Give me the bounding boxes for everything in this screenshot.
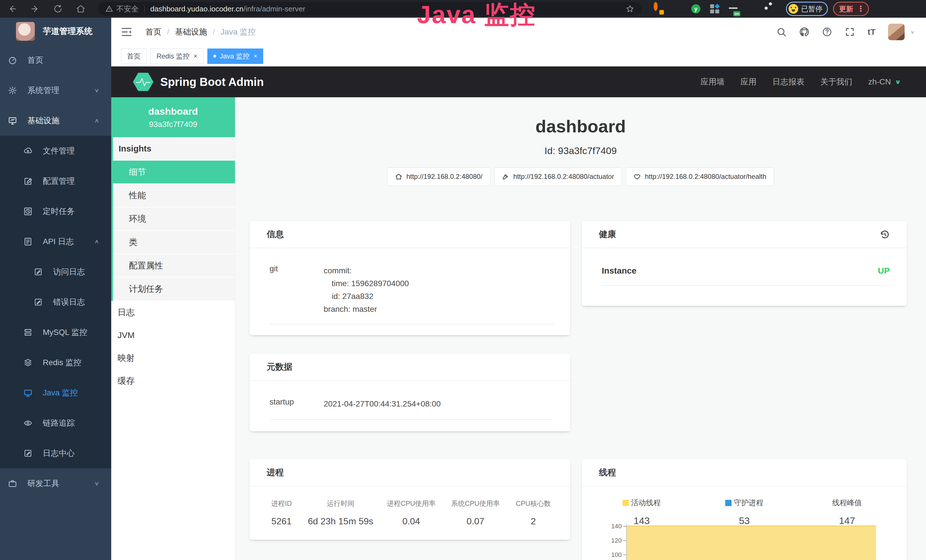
legend-text: 守护进程 [734, 498, 763, 508]
tab-java[interactable]: Java 监控 × [207, 48, 263, 64]
threads-card: 线程 活动线程 143 守护进程 53 线程峰值 147 [582, 459, 907, 560]
breadcrumb-infra[interactable]: 基础设施 [175, 27, 207, 37]
github-icon[interactable] [799, 27, 809, 37]
close-icon[interactable]: × [194, 53, 197, 60]
sidebar-item-file[interactable]: 文件管理 [0, 136, 111, 166]
url-path[interactable]: /infra/admin-server [244, 5, 306, 14]
service-url-button[interactable]: http://192.168.0.2:48080/ [387, 168, 490, 186]
extension-list-icon[interactable]: on [729, 4, 738, 14]
nav-about[interactable]: 关于我们 [820, 76, 852, 87]
nav-journal[interactable]: 日志报表 [773, 76, 805, 87]
close-icon[interactable]: × [254, 53, 257, 60]
sba-item-environment[interactable]: 环境 [113, 207, 235, 231]
legend-live-threads: 活动线程 143 [590, 498, 693, 526]
sba-item-classes[interactable]: 类 [113, 231, 235, 254]
actuator-url-button[interactable]: http://192.168.0.2:48080/actuator [494, 168, 622, 186]
url-host[interactable]: dashboard.yudao.iocoder.cn [150, 5, 244, 14]
sidebar-item-label: 日志中心 [43, 448, 75, 459]
extension-sync-icon[interactable] [654, 4, 663, 14]
sba-item-logs[interactable]: 日志 [111, 301, 235, 324]
sidebar-submenu-infra: 文件管理 配置管理 定时任务 API 日志 ∧ 访问日志 错误日志 MySQL … [0, 136, 111, 468]
sba-item-metrics[interactable]: 性能 [113, 184, 235, 207]
info-card-title: 信息 [250, 221, 570, 248]
home-icon[interactable] [76, 4, 86, 14]
font-size-icon[interactable]: tT [867, 27, 876, 37]
user-avatar[interactable] [888, 24, 905, 40]
search-icon[interactable] [776, 27, 787, 37]
reload-icon[interactable] [53, 4, 63, 14]
tab-home[interactable]: 首页 [121, 48, 147, 64]
sidebar-item-label: 访问日志 [53, 266, 85, 277]
address-bar[interactable]: 不安全 dashboard.yudao.iocoder.cn /infra/ad… [98, 2, 642, 16]
forward-icon[interactable] [30, 4, 40, 14]
sidebar-item-infra[interactable]: 基础设施 ∧ [0, 106, 111, 136]
logo-avatar [16, 22, 35, 41]
browser-menu-kebab-icon[interactable]: ⋮ [857, 5, 865, 13]
instance-name: dashboard [148, 106, 198, 117]
sidebar-item-dev-tools[interactable]: 研发工具 ∨ [0, 468, 111, 499]
fullscreen-icon[interactable] [845, 27, 855, 37]
extension-y-icon[interactable]: y [691, 4, 701, 14]
sidebar-item-trace[interactable]: 链路追踪 [0, 408, 111, 438]
sba-root-items: 日志 JVM 映射 缓存 [111, 301, 235, 392]
spring-boot-admin-logo[interactable] [133, 73, 153, 91]
sidebar-item-access-log[interactable]: 访问日志 [0, 257, 111, 287]
pen-square-icon [34, 267, 43, 277]
sidebar-item-mysql[interactable]: MySQL 监控 [0, 317, 111, 348]
tab-redis[interactable]: Redis 监控 × [151, 48, 203, 64]
health-card-title: 健康 [599, 229, 616, 240]
extension-grid-icon[interactable] [710, 4, 719, 14]
extension-leaf-icon[interactable] [748, 4, 757, 14]
breadcrumb-home[interactable]: 首页 [145, 27, 162, 37]
git-branch-line: branch: master [324, 303, 553, 316]
sidebar-item-java[interactable]: Java 监控 [0, 378, 111, 408]
sba-nav-menu: 应用墙 应用 日志报表 关于我们 zh-CN ∨ [701, 76, 901, 87]
security-label[interactable]: 不安全 [117, 4, 139, 14]
locale-selector[interactable]: zh-CN ∨ [869, 77, 901, 86]
extension-pin-icon[interactable] [672, 4, 682, 14]
hamburger-collapse-icon[interactable] [121, 27, 132, 37]
gear-icon [8, 86, 17, 95]
sba-item-configprops[interactable]: 配置属性 [113, 254, 235, 278]
extensions-puzzle-icon[interactable] [767, 4, 776, 14]
sba-item-jvm[interactable]: JVM [111, 324, 235, 347]
back-icon[interactable] [8, 4, 17, 14]
sidebar-item-job[interactable]: 定时任务 [0, 196, 111, 227]
layers-icon [23, 358, 33, 367]
sidebar-item-log-center[interactable]: 日志中心 [0, 438, 111, 468]
y-tick-120: 120 [606, 537, 622, 544]
tab-label: 首页 [127, 51, 141, 61]
sidebar-item-config[interactable]: 配置管理 [0, 166, 111, 196]
health-url-button[interactable]: http://192.168.0.2:48080/actuator/health [626, 168, 774, 186]
browser-update-button[interactable]: 更新 ⋮ [833, 2, 869, 16]
health-card-header: 健康 [582, 221, 907, 248]
sidebar-item-error-log[interactable]: 错误日志 [0, 287, 111, 317]
sba-item-details[interactable]: 细节 [113, 160, 235, 184]
sba-item-mappings[interactable]: 映射 [111, 347, 235, 369]
breadcrumb-separator: / [167, 27, 169, 36]
info-card: 信息 git commit: time: 1596289704000 id: 2… [250, 221, 570, 335]
sba-item-scheduled-tasks[interactable]: 计划任务 [113, 278, 235, 301]
sidebar-item-redis[interactable]: Redis 监控 [0, 348, 111, 378]
service-url: http://192.168.0.2:48080/ [406, 173, 483, 180]
sidebar-item-home[interactable]: 首页 [0, 45, 111, 75]
nav-applications[interactable]: 应用 [741, 76, 757, 87]
nav-wallboard[interactable]: 应用墙 [701, 76, 725, 87]
history-icon[interactable] [879, 229, 890, 240]
heart-icon [633, 173, 641, 180]
help-icon[interactable] [822, 27, 832, 37]
sidebar-item-api-log[interactable]: API 日志 ∧ [0, 227, 111, 257]
browser-nav-buttons [0, 4, 86, 14]
avatar-caret-icon[interactable]: ∨ [910, 29, 915, 35]
brand-title[interactable]: Spring Boot Admin [160, 76, 264, 88]
browser-profile-chip[interactable]: 已暂停 [786, 2, 828, 16]
sba-item-caches[interactable]: 缓存 [111, 369, 235, 392]
sidebar-item-system[interactable]: 系统管理 ∨ [0, 75, 111, 106]
instance-header[interactable]: dashboard 93a3fc7f7409 [111, 97, 235, 137]
bookmark-star-icon[interactable] [626, 5, 634, 13]
info-row-git: git commit: time: 1596289704000 id: 27aa… [269, 264, 553, 324]
git-time-line: time: 1596289704000 [324, 277, 553, 290]
health-key: Instance [602, 266, 637, 275]
sidebar-logo-row[interactable]: 芋道管理系统 [0, 18, 111, 45]
health-row-instance[interactable]: Instance UP [602, 266, 890, 286]
